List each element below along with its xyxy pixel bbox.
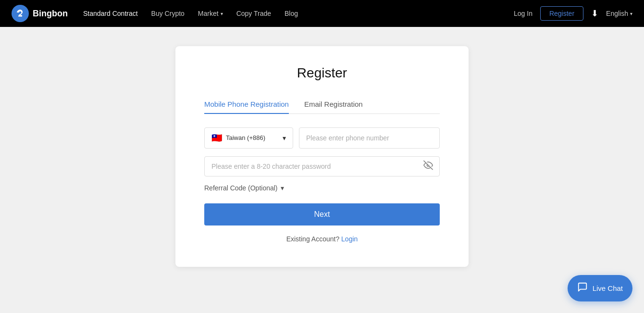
- country-name: Taiwan (+886): [226, 134, 279, 141]
- password-input[interactable]: [204, 156, 440, 176]
- nav-blog[interactable]: Blog: [285, 10, 298, 17]
- download-icon[interactable]: ⬇: [591, 8, 598, 19]
- language-label: English: [606, 10, 628, 17]
- country-chevron-icon: ▾: [283, 134, 286, 142]
- login-link[interactable]: Login: [341, 235, 358, 243]
- login-button[interactable]: Log In: [514, 10, 533, 17]
- tab-email[interactable]: Email Registration: [304, 95, 363, 114]
- password-wrapper: [204, 156, 440, 176]
- next-button[interactable]: Next: [204, 203, 440, 225]
- existing-account: Existing Account? Login: [204, 235, 440, 243]
- language-selector[interactable]: English ▾: [606, 10, 632, 17]
- referral-row[interactable]: Referral Code (Optional) ▾: [204, 184, 440, 192]
- navbar: Bingbon Standard Contract Buy Crypto Mar…: [0, 0, 644, 27]
- live-chat-label: Live Chat: [593, 284, 623, 292]
- referral-label: Referral Code (Optional): [204, 184, 278, 192]
- phone-input[interactable]: [299, 127, 440, 149]
- logo-icon: [12, 5, 29, 22]
- logo[interactable]: Bingbon: [12, 5, 68, 22]
- register-title: Register: [204, 65, 440, 81]
- navbar-links: Standard Contract Buy Crypto Market ▾ Co…: [83, 10, 498, 17]
- nav-right: Log In Register ⬇ English ▾: [514, 6, 632, 21]
- country-selector[interactable]: 🇹🇼 Taiwan (+886) ▾: [204, 127, 293, 149]
- country-flag: 🇹🇼: [211, 133, 222, 143]
- phone-row: 🇹🇼 Taiwan (+886) ▾: [204, 127, 440, 149]
- nav-copy-trade[interactable]: Copy Trade: [236, 10, 271, 17]
- logo-text: Bingbon: [33, 9, 68, 19]
- nav-market[interactable]: Market ▾: [198, 10, 223, 17]
- language-chevron-icon: ▾: [630, 11, 632, 16]
- tab-mobile-phone[interactable]: Mobile Phone Registration: [204, 95, 289, 114]
- nav-standard-contract[interactable]: Standard Contract: [83, 10, 138, 17]
- nav-buy-crypto[interactable]: Buy Crypto: [151, 10, 185, 17]
- referral-chevron-icon: ▾: [281, 184, 284, 192]
- market-chevron-icon: ▾: [221, 11, 223, 16]
- register-button[interactable]: Register: [540, 6, 583, 21]
- live-chat-button[interactable]: Live Chat: [568, 275, 632, 301]
- existing-account-text: Existing Account?: [286, 235, 340, 243]
- eye-icon[interactable]: [423, 160, 433, 172]
- register-card: Register Mobile Phone Registration Email…: [175, 46, 469, 267]
- register-tabs: Mobile Phone Registration Email Registra…: [204, 95, 440, 114]
- chat-icon: [577, 282, 588, 295]
- main-content: Register Mobile Phone Registration Email…: [0, 27, 644, 313]
